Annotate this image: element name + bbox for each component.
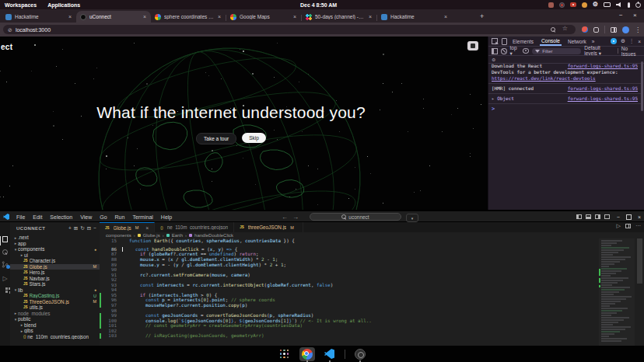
extensions-puzzle-icon[interactable]	[593, 27, 599, 33]
message-source-link[interactable]: forward-logs-shared.ts:95	[568, 96, 638, 102]
extensions-icon[interactable]	[2, 287, 9, 294]
dock-item-obs[interactable]	[352, 347, 368, 361]
split-editor-icon[interactable]	[625, 224, 631, 228]
refresh-explorer-icon[interactable]: ↻	[80, 225, 84, 231]
tree-item-threegeojson-js[interactable]: JSThreeGeoJSON.jsM	[10, 299, 100, 305]
microphone-icon[interactable]	[628, 2, 630, 8]
menu-terminal[interactable]: Terminal	[128, 214, 156, 220]
tab-close-icon[interactable]: ×	[142, 14, 147, 19]
explorer-title[interactable]: UCONNECT	[16, 226, 45, 231]
context-selector[interactable]: top ▾	[510, 45, 520, 57]
clear-console-icon[interactable]	[501, 48, 506, 54]
dock-item-vscode[interactable]	[322, 347, 338, 361]
log-levels-dropdown[interactable]: Default levels ▾	[584, 45, 614, 57]
clock[interactable]: Dec 4 8:50 AM	[300, 0, 337, 9]
toggle-sidebar-icon[interactable]	[576, 214, 582, 219]
breadcrumb-item[interactable]: components	[106, 233, 131, 238]
tree-item-globe-js[interactable]: JSGlobe.jsM	[10, 264, 100, 270]
tab-close-icon[interactable]: ×	[368, 14, 373, 19]
dock-item-app-grid[interactable]	[277, 347, 292, 361]
new-folder-icon[interactable]: ⊞	[74, 225, 78, 231]
devtools-close-icon[interactable]: ×	[638, 39, 641, 44]
browser-menu-icon[interactable]: ⋮	[635, 26, 641, 33]
tab-close-icon[interactable]: ×	[68, 14, 72, 19]
profile-avatar[interactable]	[622, 26, 629, 33]
tree-item-public[interactable]: ▾public	[10, 316, 100, 322]
editor-scrollbar[interactable]	[636, 238, 643, 346]
code-editor[interactable]: 15function Earth({ countries, sphereRadi…	[100, 238, 599, 346]
tab-close-icon[interactable]: ×	[145, 225, 149, 231]
issues-counter[interactable]: No Issues	[621, 46, 641, 57]
tree-item-utils-js[interactable]: JSutils.js	[10, 305, 100, 311]
customize-layout-icon[interactable]	[604, 214, 610, 219]
minimap[interactable]	[599, 238, 635, 346]
collapse-folders-icon[interactable]: ⊟	[87, 225, 91, 231]
devtools-kebab-icon[interactable]: ⋮	[629, 38, 635, 44]
new-tab-button[interactable]: +	[480, 12, 484, 20]
browser-close-button[interactable]: ×	[633, 12, 637, 19]
breadcrumb[interactable]: components›Globe.js›Earth›handleDoubleCl…	[100, 232, 644, 238]
menu-run[interactable]: Run	[111, 214, 129, 220]
toggle-panel-icon[interactable]	[586, 214, 591, 219]
editor-more-actions-icon[interactable]: ⋯	[635, 223, 641, 229]
tab-close-icon[interactable]: ×	[217, 14, 222, 19]
menu-go[interactable]: Go	[96, 214, 110, 220]
menu-file[interactable]: File	[12, 214, 29, 220]
browser-tab[interactable]: Hackatime×	[377, 11, 452, 23]
devtools-extension-icon[interactable]	[582, 26, 588, 33]
command-center-search[interactable]: uconnect	[310, 213, 401, 221]
menu-selection[interactable]: Selection	[46, 214, 76, 220]
browser-tab[interactable]: 50-days (channel) - Hack Cl×	[302, 11, 376, 23]
browser-tab[interactable]: sphere coordinates to carte×	[151, 11, 226, 23]
console-prompt[interactable]: >	[488, 104, 641, 113]
vscode-maximize-button[interactable]	[626, 214, 632, 220]
obs-tray-icon[interactable]	[559, 2, 565, 8]
tree-item-character-js[interactable]: JSCharacter.js	[10, 258, 100, 264]
message-source-link[interactable]: forward-logs-shared.ts:95	[568, 85, 638, 92]
run-file-icon[interactable]: ▷	[617, 223, 621, 229]
tree-item-components[interactable]: ▾components●	[10, 246, 100, 252]
tab-close-icon[interactable]: ×	[292, 14, 297, 19]
tree-item-node-modules[interactable]: ▸node_modules	[10, 311, 100, 317]
search-view-icon[interactable]	[2, 249, 9, 256]
volume-icon[interactable]	[616, 2, 622, 8]
message-source-link[interactable]: forward-logs-shared.ts:95	[568, 63, 638, 69]
side-panel-icon[interactable]	[611, 27, 617, 33]
console-sidebar-icon[interactable]	[492, 48, 498, 54]
device-toolbar-icon[interactable]	[502, 38, 507, 45]
source-control-icon[interactable]	[2, 261, 9, 268]
power-icon[interactable]	[635, 2, 641, 8]
message-hyperlink[interactable]: https://react.dev/link/react-devtools	[492, 75, 596, 81]
zoom-icon[interactable]	[551, 27, 555, 32]
bookmark-star-icon[interactable]: ☆	[562, 25, 568, 32]
tree-item-stars-js[interactable]: JSStars.js	[10, 281, 100, 287]
browser-tab[interactable]: Hackatime×	[2, 11, 76, 23]
nav-forward-icon[interactable]: →	[292, 214, 299, 221]
dock-item-chrome[interactable]	[299, 347, 315, 361]
menu-view[interactable]: View	[76, 214, 96, 220]
not-secure-icon[interactable]: ⊘	[8, 27, 12, 33]
devtools-scrollbar[interactable]	[641, 61, 643, 111]
menu-edit[interactable]: Edit	[29, 214, 46, 220]
tree-item-lib[interactable]: ▾lib●	[10, 287, 100, 294]
editor-tab[interactable]: {}ne_110m_countries.geojson	[155, 222, 234, 232]
breadcrumb-item[interactable]: Globe.js	[143, 233, 160, 238]
tab-close-icon[interactable]: ×	[443, 14, 448, 19]
tree-item-app[interactable]: ▸app	[10, 241, 100, 247]
display-icon[interactable]	[604, 2, 611, 7]
url-bar[interactable]: ⊘ localhost:3000 ☆	[3, 25, 576, 34]
editor-tab[interactable]: JSthreeGeoJSON.jsM	[234, 222, 303, 232]
toggle-secondary-sidebar-icon[interactable]	[595, 214, 600, 219]
more-tabs-icon[interactable]: »	[592, 39, 595, 44]
skip-button[interactable]: Skip	[242, 133, 266, 143]
console-filter-input[interactable]: Filter	[532, 48, 581, 54]
notification-icon[interactable]	[582, 2, 587, 8]
vscode-minimize-button[interactable]: −	[617, 214, 620, 220]
devtools-settings-icon[interactable]: ⚙	[621, 38, 625, 44]
hide-explorer-icon[interactable]: −	[93, 225, 96, 231]
browser-tab[interactable]: Google Maps×	[226, 11, 301, 23]
new-file-icon[interactable]: +	[68, 225, 72, 231]
page-widget-button[interactable]	[467, 41, 478, 50]
live-expression-icon[interactable]	[523, 48, 529, 54]
editor-tab[interactable]: JSGlobe.jsM×	[100, 222, 155, 232]
